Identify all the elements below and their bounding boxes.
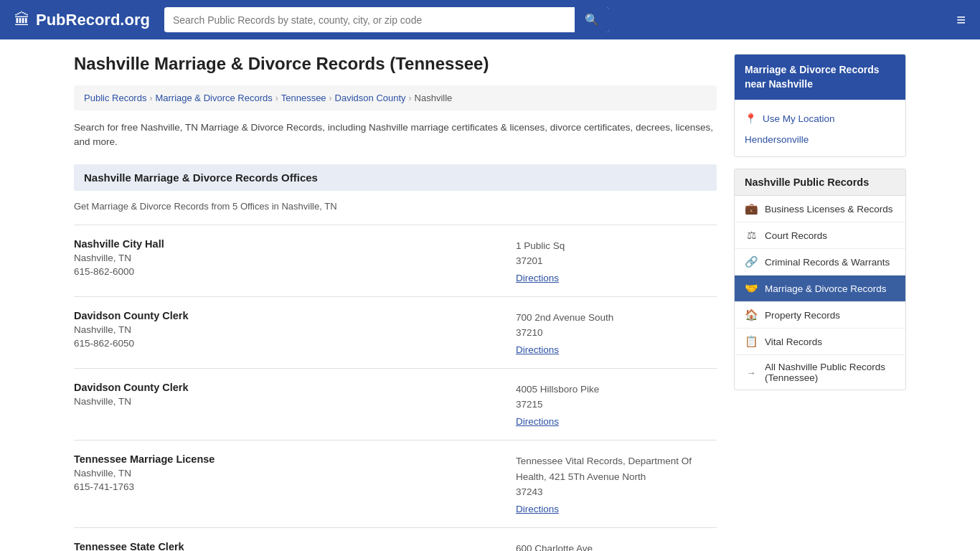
office-address: Tennessee Vital Records, Department Of H… [516,453,717,500]
office-right: Tennessee Vital Records, Department Of H… [516,453,717,514]
office-phone: 615-862-6050 [74,338,501,349]
nav-label: Property Records [765,310,840,321]
briefcase-icon: 💼 [745,202,758,215]
office-right: 700 2nd Avenue South 37210 Directions [516,310,717,355]
page-description: Search for free Nashville, TN Marriage &… [74,121,717,150]
office-right: 4005 Hillsboro Pike 37215 Directions [516,382,717,427]
office-location: Nashville, TN [74,468,501,479]
office-item: Davidson County Clerk Nashville, TN 4005… [74,368,717,440]
nav-label: All Nashville Public Records (Tennessee) [765,362,895,383]
home-icon: 🏠 [745,309,758,321]
office-address: 600 Charlotte Ave [516,541,717,551]
breadcrumb-marriage-divorce[interactable]: Marriage & Divorce Records [155,93,272,103]
office-location: Nashville, TN [74,324,501,335]
breadcrumb-tennessee[interactable]: Tennessee [281,93,326,103]
breadcrumb-sep-2: › [275,93,278,103]
nearby-city-link[interactable]: Hendersonville [735,130,905,149]
directions-link[interactable]: Directions [516,504,559,514]
office-address: 700 2nd Avenue South 37210 [516,310,717,341]
office-item: Davidson County Clerk Nashville, TN 615-… [74,296,717,368]
nav-property-records[interactable]: 🏠 Property Records [735,302,905,329]
nearby-content: 📍 Use My Location Hendersonville [735,100,905,156]
scales-icon: ⚖ [745,229,758,242]
content-area: Nashville Marriage & Divorce Records (Te… [74,54,717,551]
handshake-icon: 🤝 [745,282,758,295]
office-location: Nashville, TN [74,253,501,263]
breadcrumb-davidson-county[interactable]: Davidson County [335,93,406,103]
office-name: Nashville City Hall [74,238,501,250]
office-name: Tennessee State Clerk [74,541,501,551]
nav-label: Business Licenses & Records [765,204,893,215]
office-left: Davidson County Clerk Nashville, TN [74,382,501,427]
nav-label: Marriage & Divorce Records [765,283,887,294]
office-name: Tennessee Marriage License [74,453,501,465]
breadcrumb: Public Records › Marriage & Divorce Reco… [74,85,717,110]
nearby-box: Marriage & Divorce Records near Nashvill… [734,54,906,157]
search-input[interactable] [164,9,575,32]
breadcrumb-sep-1: › [149,93,152,103]
directions-link[interactable]: Directions [516,416,559,427]
office-location: Nashville, TN [74,396,501,407]
nav-criminal-records[interactable]: 🔗 Criminal Records & Warrants [735,249,905,276]
link-icon: 🔗 [745,255,758,268]
office-left: Nashville City Hall Nashville, TN 615-86… [74,238,501,283]
office-name: Davidson County Clerk [74,310,501,321]
nav-vital-records[interactable]: 📋 Vital Records [735,329,905,355]
office-right: 600 Charlotte Ave [516,541,717,551]
office-left: Davidson County Clerk Nashville, TN 615-… [74,310,501,355]
offices-count: Get Marriage & Divorce Records from 5 Of… [74,201,717,212]
logo-link[interactable]: 🏛 PubRecord.org [14,11,150,29]
office-list: Nashville City Hall Nashville, TN 615-86… [74,225,717,552]
search-bar: 🔍 [164,7,609,32]
location-icon: 📍 [745,113,757,124]
use-location-label: Use My Location [763,113,835,124]
office-item: Tennessee State Clerk 600 Charlotte Ave [74,527,717,551]
nearby-header: Marriage & Divorce Records near Nashvill… [735,55,905,100]
records-nav-box: Nashville Public Records 💼 Business Lice… [734,169,906,390]
nav-court-records[interactable]: ⚖ Court Records [735,222,905,249]
directions-link[interactable]: Directions [516,344,559,355]
offices-section-header: Nashville Marriage & Divorce Records Off… [74,164,717,191]
nav-business-licenses[interactable]: 💼 Business Licenses & Records [735,196,905,222]
sidebar: Marriage & Divorce Records near Nashvill… [734,54,906,551]
nav-marriage-divorce[interactable]: 🤝 Marriage & Divorce Records [735,276,905,302]
logo-text: PubRecord.org [36,11,150,29]
clipboard-icon: 📋 [745,335,758,348]
breadcrumb-public-records[interactable]: Public Records [84,93,146,103]
nav-label: Court Records [765,230,827,241]
records-nav-header: Nashville Public Records [735,169,905,196]
breadcrumb-sep-3: › [329,93,332,103]
breadcrumb-nashville: Nashville [415,93,453,103]
nav-label: Criminal Records & Warrants [765,257,890,268]
office-left: Tennessee State Clerk [74,541,501,551]
breadcrumb-sep-4: › [409,93,412,103]
office-phone: 615-862-6000 [74,266,501,277]
office-address: 1 Public Sq 37201 [516,238,717,269]
arrow-icon: → [745,367,758,378]
office-right: 1 Public Sq 37201 Directions [516,238,717,283]
search-button[interactable]: 🔍 [575,7,609,32]
site-header: 🏛 PubRecord.org 🔍 ≡ [0,0,980,39]
office-phone: 615-741-1763 [74,481,501,492]
office-item: Tennessee Marriage License Nashville, TN… [74,440,717,527]
nav-label: Vital Records [765,336,822,347]
page-title: Nashville Marriage & Divorce Records (Te… [74,54,717,74]
nav-all-records[interactable]: → All Nashville Public Records (Tennesse… [735,355,905,390]
logo-icon: 🏛 [14,11,30,29]
office-name: Davidson County Clerk [74,382,501,393]
office-left: Tennessee Marriage License Nashville, TN… [74,453,501,514]
office-item: Nashville City Hall Nashville, TN 615-86… [74,225,717,296]
directions-link[interactable]: Directions [516,273,559,283]
menu-button[interactable]: ≡ [956,12,966,28]
use-location-button[interactable]: 📍 Use My Location [735,107,905,130]
office-address: 4005 Hillsboro Pike 37215 [516,382,717,413]
main-container: Nashville Marriage & Divorce Records (Te… [60,39,920,551]
